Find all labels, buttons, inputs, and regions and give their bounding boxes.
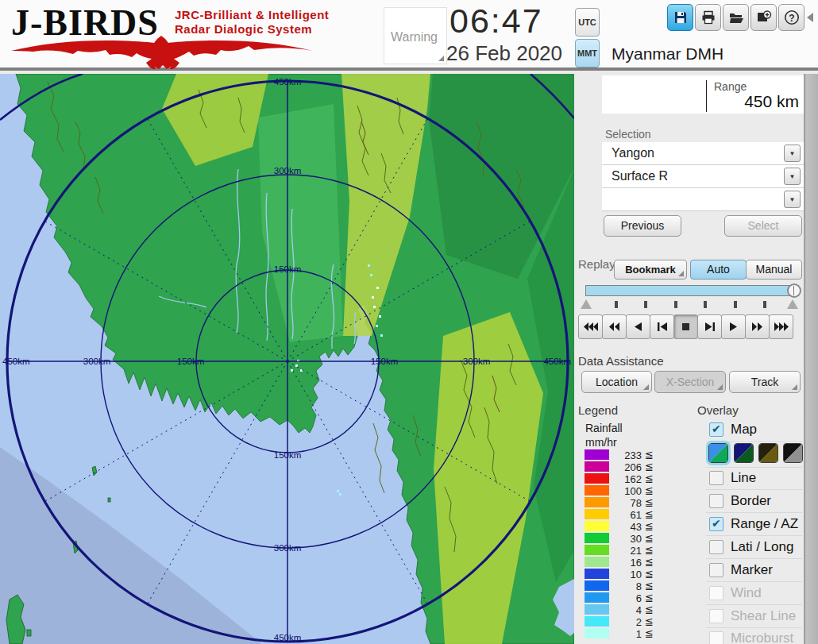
timeline-tick <box>674 301 677 308</box>
svg-text:150km: 150km <box>177 357 205 366</box>
overlay-item-wind: Wind <box>708 585 803 605</box>
warning-button[interactable]: Warning <box>384 7 447 64</box>
legend-swatch <box>585 545 609 555</box>
overlay-item-border[interactable]: Border <box>708 493 803 513</box>
fast-forward-button[interactable] <box>745 314 770 339</box>
legend-row: 16≦ <box>585 557 680 567</box>
bookmark-button[interactable]: Bookmark <box>614 260 687 280</box>
legend-swatch <box>585 497 609 507</box>
legend-row: 43≦ <box>585 521 680 531</box>
map-style-dark-olive[interactable] <box>758 443 778 463</box>
help-button[interactable]: ? <box>778 4 804 31</box>
legend-swatch <box>585 616 609 627</box>
chevron-down-icon[interactable]: ▼ <box>784 191 801 208</box>
divider <box>706 467 802 468</box>
play-icon <box>730 322 737 331</box>
chevron-down-icon[interactable]: ▼ <box>784 168 801 185</box>
overlay-item-map[interactable]: Map <box>708 422 803 442</box>
timeline-tick <box>615 301 618 308</box>
checkbox-map[interactable] <box>709 422 723 437</box>
play-reverse-icon <box>635 322 642 331</box>
checkbox-border[interactable] <box>709 494 723 508</box>
add-image-button[interactable] <box>750 4 777 31</box>
jump-forward-icon <box>774 322 789 331</box>
x-section-button[interactable]: X-Section <box>654 371 726 393</box>
divider <box>706 489 802 490</box>
legend-swatch <box>585 628 609 638</box>
auto-mode-button[interactable]: Auto <box>690 260 747 280</box>
previous-button[interactable]: Previous <box>604 215 681 237</box>
timeline-tick <box>763 301 766 308</box>
step-back-button[interactable] <box>650 314 674 339</box>
mmt-toggle-button[interactable]: MMT <box>575 39 600 67</box>
svg-text:300km: 300km <box>274 543 302 553</box>
radar-map-display[interactable]: 450km 300km 150km 150km 300km 450km 450k… <box>0 74 574 644</box>
svg-text:300km: 300km <box>274 166 302 175</box>
svg-text:450km: 450km <box>274 77 302 87</box>
overlay-label: Overlay <box>697 403 739 417</box>
jump-forward-button[interactable] <box>769 314 793 339</box>
overlay-item-line[interactable]: Line <box>708 470 803 490</box>
step-back-icon <box>658 322 667 331</box>
select-button[interactable]: Select <box>724 215 802 237</box>
print-button[interactable] <box>695 4 721 31</box>
checkbox-shear-line <box>709 609 723 623</box>
chevron-down-icon[interactable]: ▼ <box>784 145 801 162</box>
svg-text:150km: 150km <box>274 450 302 460</box>
checkbox-lati-long[interactable] <box>709 540 723 554</box>
overlay-item-lati-long[interactable]: Lati / Long <box>708 539 803 559</box>
legend-row: 30≦ <box>585 533 680 543</box>
checkbox-marker[interactable] <box>709 563 723 577</box>
legend-swatch <box>585 521 609 531</box>
map-style-blue-green[interactable] <box>708 443 728 463</box>
stop-button[interactable] <box>673 314 698 339</box>
legend-swatch <box>585 557 609 567</box>
legend-row: 2≦ <box>585 616 680 627</box>
timeline-handle[interactable] <box>787 283 801 298</box>
product-dropdown[interactable]: Surface R ▼ <box>602 165 804 188</box>
play-reverse-button[interactable] <box>626 314 650 339</box>
divider <box>706 535 802 536</box>
map-style-black-gray[interactable] <box>783 443 803 463</box>
divider <box>706 581 802 582</box>
panel-collapse-icon[interactable] <box>807 13 813 22</box>
manual-mode-button[interactable]: Manual <box>746 260 802 280</box>
track-button[interactable]: Track <box>729 371 801 393</box>
option-dropdown[interactable]: ▼ <box>602 188 804 211</box>
svg-text:?: ? <box>789 13 794 24</box>
timeline-tick <box>644 301 647 308</box>
fast-rewind-button[interactable] <box>602 314 627 339</box>
divider <box>706 627 802 628</box>
selection-label: Selection <box>605 128 651 141</box>
jump-back-button[interactable] <box>578 314 603 339</box>
print-icon <box>700 10 716 25</box>
step-forward-button[interactable] <box>697 314 722 339</box>
replay-transport-bar <box>579 314 803 339</box>
checkbox-microburst <box>709 631 723 644</box>
play-button[interactable] <box>721 314 746 339</box>
help-icon: ? <box>783 9 801 26</box>
legend-row: 1≦ <box>585 628 680 638</box>
overlay-item-shear-line: Shear Line <box>708 608 803 628</box>
save-icon <box>673 10 689 25</box>
legend-swatch <box>585 592 609 603</box>
save-button[interactable] <box>667 4 693 31</box>
svg-text:450km: 450km <box>2 357 30 366</box>
checkbox-range-az[interactable] <box>709 517 723 531</box>
timeline-end-marker[interactable] <box>787 299 798 309</box>
checkbox-line[interactable] <box>709 471 723 485</box>
divider <box>706 442 802 442</box>
open-file-button[interactable] <box>723 4 749 31</box>
timeline-start-marker[interactable] <box>581 299 592 309</box>
map-style-navy-darkgreen[interactable] <box>734 443 754 463</box>
eagle-icon <box>10 34 314 69</box>
station-dropdown[interactable]: Yangon ▼ <box>602 142 804 165</box>
overlay-item-range-az[interactable]: Range / AZ <box>708 516 803 536</box>
utc-toggle-button[interactable]: UTC <box>575 8 600 37</box>
legend-swatch <box>585 461 609 472</box>
replay-timeline-slider[interactable] <box>585 285 799 296</box>
svg-text:450km: 450km <box>543 357 571 366</box>
overlay-item-marker[interactable]: Marker <box>708 562 803 582</box>
timeline-tick <box>734 301 737 308</box>
location-button[interactable]: Location <box>581 371 652 393</box>
